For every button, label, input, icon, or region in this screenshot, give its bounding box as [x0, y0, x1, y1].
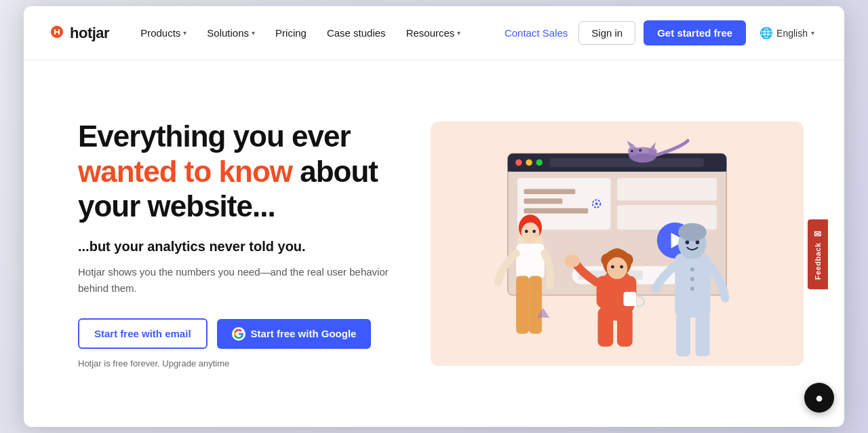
- svg-point-51: [686, 240, 690, 244]
- svg-point-59: [595, 202, 598, 205]
- svg-point-52: [696, 240, 700, 244]
- svg-point-43: [620, 265, 623, 269]
- svg-point-29: [525, 230, 528, 233]
- logo[interactable]: hotjar: [48, 23, 109, 43]
- svg-rect-26: [516, 244, 545, 279]
- svg-point-50: [678, 223, 707, 242]
- hero-buttons: Start free with email Start free with Go…: [78, 318, 403, 349]
- nav-links: Products ▾ Solutions ▾ Pricing Case stud…: [131, 22, 502, 44]
- chevron-down-icon: ▾: [252, 29, 255, 37]
- svg-rect-12: [524, 199, 563, 204]
- free-note: Hotjar is free forever. Upgrade anytime: [78, 358, 403, 369]
- google-icon: [232, 327, 245, 341]
- svg-point-42: [611, 265, 614, 269]
- chevron-down-icon: ▾: [183, 29, 186, 37]
- navigation: hotjar Products ▾ Solutions ▾ Pricing Ca…: [24, 6, 844, 60]
- nav-case-studies[interactable]: Case studies: [317, 22, 395, 44]
- logo-icon: [48, 23, 66, 43]
- contact-sales-button[interactable]: Contact Sales: [502, 22, 570, 44]
- svg-point-44: [564, 255, 580, 267]
- svg-rect-48: [675, 253, 710, 318]
- hero-subtitle: ...but your analytics never told you.: [78, 239, 403, 255]
- svg-rect-46: [598, 308, 614, 347]
- start-google-button[interactable]: Start free with Google: [217, 319, 372, 349]
- svg-point-6: [536, 159, 542, 166]
- svg-point-28: [521, 223, 540, 243]
- feedback-icon: ✉: [813, 229, 823, 240]
- svg-rect-56: [676, 312, 690, 356]
- svg-point-24: [639, 149, 642, 152]
- svg-rect-32: [529, 276, 542, 333]
- nav-products[interactable]: Products ▾: [131, 22, 196, 44]
- sign-in-button[interactable]: Sign in: [578, 21, 635, 45]
- svg-point-41: [607, 257, 627, 279]
- svg-point-4: [515, 159, 521, 166]
- chat-bubble-button[interactable]: ●: [804, 383, 834, 413]
- language-selector[interactable]: 🌐 English ▾: [754, 22, 820, 43]
- hero-content: Everything you ever wanted to know about…: [78, 119, 403, 369]
- chat-icon: ●: [815, 390, 823, 406]
- svg-rect-45: [623, 292, 636, 306]
- svg-rect-57: [696, 312, 710, 356]
- svg-rect-13: [524, 208, 589, 214]
- svg-rect-31: [516, 276, 529, 333]
- browser-window: hotjar Products ▾ Solutions ▾ Pricing Ca…: [24, 6, 844, 427]
- get-started-button[interactable]: Get started free: [644, 20, 746, 45]
- hero-illustration: Feedback ✉: [431, 121, 804, 366]
- svg-rect-9: [617, 178, 717, 200]
- globe-icon: 🌐: [760, 26, 773, 39]
- svg-point-54: [690, 277, 694, 281]
- svg-rect-47: [617, 308, 633, 347]
- svg-point-30: [532, 230, 536, 233]
- svg-point-55: [690, 287, 694, 291]
- hero-title: Everything you ever wanted to know about…: [78, 119, 403, 225]
- illustration-container: [431, 121, 804, 366]
- logo-text: hotjar: [70, 24, 109, 42]
- nav-solutions[interactable]: Solutions ▾: [197, 22, 264, 44]
- svg-rect-7: [549, 158, 704, 167]
- nav-pricing[interactable]: Pricing: [266, 22, 316, 44]
- svg-point-5: [526, 159, 532, 166]
- svg-point-53: [690, 267, 694, 271]
- nav-resources[interactable]: Resources ▾: [397, 22, 471, 44]
- hero-description: Hotjar shows you the numbers you need—an…: [78, 264, 403, 297]
- hero-section: Everything you ever wanted to know about…: [24, 60, 844, 427]
- chevron-down-icon: ▾: [457, 29, 460, 37]
- svg-point-23: [631, 150, 633, 153]
- nav-actions: Contact Sales Sign in Get started free 🌐…: [502, 20, 820, 45]
- feedback-tab[interactable]: Feedback ✉: [808, 219, 828, 289]
- chevron-down-icon: ▾: [811, 29, 814, 37]
- svg-rect-11: [524, 189, 576, 194]
- start-email-button[interactable]: Start free with email: [78, 318, 208, 349]
